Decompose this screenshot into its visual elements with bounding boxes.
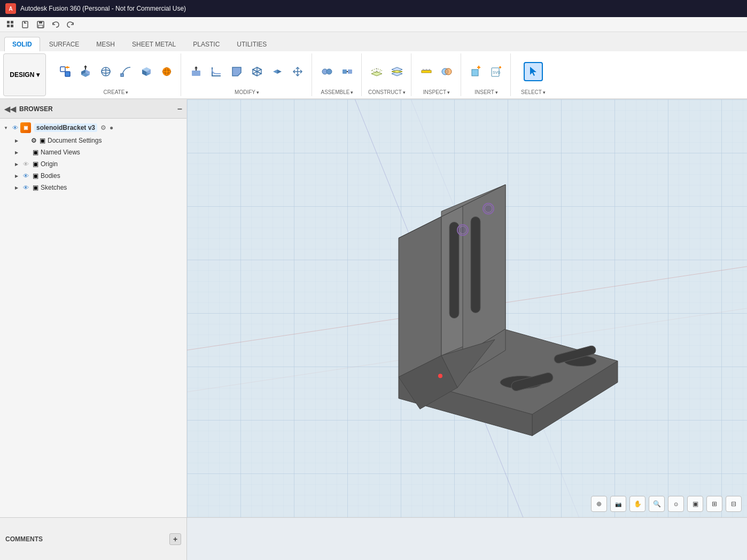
- tree-eye-bodies[interactable]: 👁: [21, 172, 30, 180]
- revolve-icon[interactable]: [96, 62, 115, 81]
- browser-back-icon[interactable]: ◀◀: [4, 105, 16, 113]
- tree-gear-doc-settings: ⚙: [31, 137, 37, 144]
- tree-eye-origin[interactable]: 👁: [21, 160, 30, 168]
- modify-group-label[interactable]: MODIFY▾: [235, 88, 259, 95]
- tree-eye-root[interactable]: 👁: [11, 123, 19, 132]
- sphere-icon[interactable]: [157, 62, 176, 81]
- tab-solid[interactable]: SOLID: [4, 37, 40, 51]
- tree-label-sketches: Sketches: [41, 184, 67, 191]
- ribbon-group-modify: MODIFY▾: [182, 53, 312, 96]
- title-bar: A Autodesk Fusion 360 (Personal - Not fo…: [0, 0, 747, 17]
- tab-sheet-metal[interactable]: SHEET METAL: [124, 37, 184, 51]
- rigid-group-icon[interactable]: [338, 62, 357, 81]
- tab-plastic[interactable]: PLASTIC: [185, 37, 228, 51]
- svg-rect-6: [39, 21, 42, 24]
- grid-settings-control[interactable]: ⊞: [706, 496, 722, 512]
- browser-content: ▼ 👁 ▣ solenoidBracket v3 ⚙ ● ▶ ⚙ ▣ Docum…: [0, 119, 186, 517]
- fillet-icon[interactable]: [207, 62, 226, 81]
- tree-item-bodies[interactable]: ▶ 👁 ▣ Bodies: [0, 170, 186, 182]
- tree-arrow-doc-settings[interactable]: ▶: [13, 137, 20, 144]
- assemble-group-label[interactable]: ASSEMBLE▾: [321, 88, 354, 95]
- ribbon-group-create: CREATE▾: [51, 53, 181, 96]
- tab-surface[interactable]: SURFACE: [41, 37, 88, 51]
- add-comment-button[interactable]: +: [169, 533, 181, 545]
- tree-radio-root[interactable]: ●: [110, 124, 113, 131]
- tab-utilities[interactable]: UTILITIES: [229, 37, 275, 51]
- tab-mesh[interactable]: MESH: [88, 37, 123, 51]
- zoom-window-control[interactable]: ⊙: [668, 496, 684, 512]
- tree-item-sketches[interactable]: ▶ 👁 ▣ Sketches: [0, 182, 186, 193]
- view-cube-control[interactable]: ⊟: [726, 496, 742, 512]
- redo-icon[interactable]: [64, 18, 77, 31]
- tree-item-root[interactable]: ▼ 👁 ▣ solenoidBracket v3 ⚙ ●: [0, 121, 186, 135]
- svg-marker-30: [194, 66, 198, 68]
- construct-group-label[interactable]: CONSTRUCT▾: [368, 88, 406, 95]
- midplane-icon[interactable]: [387, 62, 407, 81]
- svg-rect-8: [60, 67, 65, 72]
- svg-rect-0: [7, 21, 10, 24]
- ribbon-group-inspect: INSPECT▾: [413, 53, 461, 96]
- tree-settings-root[interactable]: ⚙: [100, 124, 106, 131]
- sweep-icon[interactable]: [116, 62, 136, 81]
- camera-control[interactable]: 📷: [610, 496, 626, 512]
- tree-arrow-origin[interactable]: ▶: [13, 160, 20, 168]
- insert-group-label[interactable]: INSERT▾: [474, 88, 498, 95]
- app-icon: A: [5, 3, 16, 14]
- tree-arrow-bodies[interactable]: ▶: [13, 172, 20, 180]
- tree-item-doc-settings[interactable]: ▶ ⚙ ▣ Document Settings: [0, 135, 186, 146]
- extrude-icon[interactable]: [76, 62, 95, 81]
- svg-rect-1: [11, 21, 13, 24]
- doc-icon-root: ▣: [20, 122, 31, 133]
- svg-point-58: [445, 68, 452, 75]
- inspect-group-label[interactable]: INSPECT▾: [423, 88, 450, 95]
- tree-arrow-named-views[interactable]: ▶: [13, 149, 20, 156]
- combine-icon[interactable]: [268, 62, 287, 81]
- tree-item-origin[interactable]: ▶ 👁 ▣ Origin: [0, 158, 186, 170]
- measure-icon[interactable]: [417, 62, 436, 81]
- apps-grid-icon[interactable]: [4, 18, 17, 31]
- orbit-control[interactable]: ⊕: [591, 496, 607, 512]
- tree-label-root: solenoidBracket v3: [34, 123, 97, 132]
- move-icon[interactable]: [288, 62, 307, 81]
- viewport[interactable]: ⊕ 📷 ✋ 🔍 ⊙ ▣ ⊞ ⊟: [187, 99, 747, 517]
- svg-marker-37: [277, 69, 282, 74]
- zoom-extents-control[interactable]: 🔍: [649, 496, 665, 512]
- offset-plane-icon[interactable]: [367, 62, 386, 81]
- design-dropdown-button[interactable]: DESIGN ▾: [3, 53, 46, 96]
- press-pull-icon[interactable]: [186, 62, 206, 81]
- svg-marker-45: [371, 72, 382, 76]
- select-tool-icon[interactable]: [524, 62, 543, 81]
- svg-marker-66: [530, 67, 536, 76]
- display-settings-control[interactable]: ▣: [687, 496, 703, 512]
- tree-eye-sketches[interactable]: 👁: [21, 183, 30, 192]
- ribbon-group-insert: SVG INSERT▾: [462, 53, 511, 96]
- tree-arrow-root[interactable]: ▼: [2, 124, 10, 131]
- tree-folder-doc-settings: ▣: [38, 136, 46, 145]
- insert-mesh-icon[interactable]: [466, 62, 486, 81]
- chamfer-icon[interactable]: [227, 62, 246, 81]
- browser-collapse-icon[interactable]: –: [177, 104, 182, 114]
- shell-icon[interactable]: [247, 62, 267, 81]
- browser-header: ◀◀ BROWSER –: [0, 99, 186, 119]
- interference-icon[interactable]: [437, 62, 456, 81]
- tree-item-named-views[interactable]: ▶ ▣ Named Views: [0, 146, 186, 158]
- select-group-label[interactable]: SELECT▾: [521, 88, 546, 95]
- file-menu-icon[interactable]: [19, 18, 32, 31]
- design-label: DESIGN ▾: [10, 71, 39, 79]
- tree-eye-placeholder2: [21, 148, 30, 157]
- svg-rect-59: [472, 69, 478, 76]
- pan-control[interactable]: ✋: [629, 496, 645, 512]
- comments-label: COMMENTS: [5, 535, 43, 543]
- joint-icon[interactable]: [317, 62, 337, 81]
- new-component-icon[interactable]: [56, 62, 75, 81]
- box-create-icon[interactable]: [137, 62, 156, 81]
- save-icon[interactable]: [34, 18, 47, 31]
- create-group-label[interactable]: CREATE▾: [104, 88, 129, 95]
- tree-label-doc-settings: Document Settings: [48, 137, 102, 144]
- tree-arrow-sketches[interactable]: ▶: [13, 184, 20, 191]
- insert-svg-icon[interactable]: SVG: [487, 62, 506, 81]
- svg-rect-2: [7, 25, 10, 27]
- undo-icon[interactable]: [49, 18, 62, 31]
- tree-folder-named-views: ▣: [31, 148, 40, 157]
- svg-rect-43: [348, 69, 352, 74]
